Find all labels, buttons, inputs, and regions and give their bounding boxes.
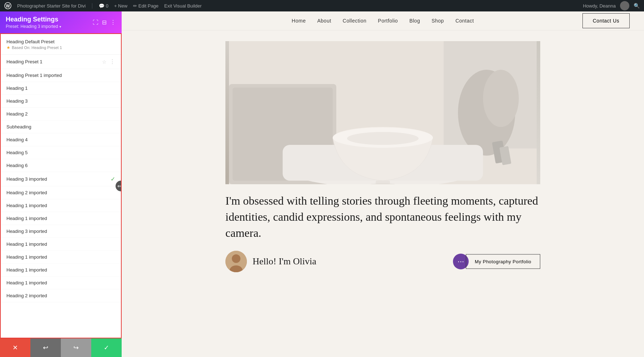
svg-point-12 [347,132,419,145]
close-icon: ✕ [13,344,18,352]
chevron-down-icon: ▾ [59,25,61,29]
preset-list-item[interactable]: Heading 1 imported [1,238,121,251]
avatar-olivia [225,251,247,272]
photographer-site-label: Photographer Starter Site for Divi [17,3,86,9]
preset-default-item[interactable]: Heading Default Preset ★ Based On: Headi… [1,34,121,55]
sidebar-title: Heading Settings [6,16,61,23]
preset-list-item[interactable]: Heading 1 imported [1,212,121,225]
preset-label: Preset: Heading 3 imported [6,24,58,29]
sidebar-header: Heading Settings Preset: Heading 3 impor… [0,11,122,33]
hero-section: I'm obsessed with telling stories throug… [211,30,555,283]
howdy-text: Howdy, Deanna [583,3,616,9]
save-check-icon: ✓ [104,344,109,352]
active-check-icon: ✓ [111,176,115,182]
preset-list-item[interactable]: Heading 2 imported [1,289,121,302]
hero-quote-text: I'm obsessed with telling stories throug… [225,194,538,239]
undo-icon: ↩ [43,344,48,352]
preset-item-name: Heading Preset 1 [6,59,42,64]
nav-collection[interactable]: Collection [343,18,366,24]
preset-list-item[interactable]: Heading 2 [1,108,121,121]
new-label: + New [114,3,127,9]
sidebar-header-icons: ⛶ ⊟ ⋮ [93,19,116,26]
preset-list-item[interactable]: Heading 3 imported [1,225,121,238]
preset-item-name: Heading 1 imported [6,267,47,273]
preset-item-actions: ✓ [111,176,115,182]
preset-list-item[interactable]: Heading 3 [1,95,121,108]
nav-contact[interactable]: Contact [455,18,474,24]
nav-shop[interactable]: Shop [431,18,444,24]
exit-builder-bar-item[interactable]: Exit Visual Builder [164,3,202,9]
hello-text: Hello! I'm Olivia [253,256,316,267]
preset-item-name: Heading 5 [6,150,28,155]
preset-panel: Heading Default Preset ★ Based On: Headi… [0,33,122,338]
preset-item-name: Heading 1 imported [6,254,47,260]
preset-list-item[interactable]: Heading 1 imported [1,277,121,289]
preset-list-item[interactable]: Subheading [1,121,121,133]
preset-based-on: ★ Based On: Heading Preset 1 [6,45,115,50]
contact-us-label: Contact Us [593,18,619,24]
edit-page-bar-item[interactable]: ✏ Edit Page [133,3,158,9]
contact-us-button[interactable]: Contact Us [582,13,630,28]
preset-default-name: Heading Default Preset [6,39,115,44]
nav-portfolio[interactable]: Portfolio [378,18,398,24]
search-icon[interactable]: 🔍 [634,3,640,9]
nav-home[interactable]: Home [292,18,306,24]
svg-text:W: W [6,4,10,9]
preset-list-item[interactable]: Heading 3 imported✓ [1,172,121,186]
preset-list-item[interactable]: Heading 4 [1,133,121,146]
more-options-icon[interactable]: ⋮ [110,19,116,26]
preset-item-name: Heading 2 imported [6,293,47,298]
star-icon[interactable]: ☆ [102,59,107,65]
preset-item-name: Heading 3 imported [6,229,47,234]
hero-image [225,41,540,184]
admin-bar-right: Howdy, Deanna 🔍 [583,1,640,10]
site-nav: Home About Collection Portfolio Blog Sho… [122,11,644,30]
hello-section: Hello! I'm Olivia ··· My Photography Por… [225,251,540,272]
preset-list-item[interactable]: Heading 2 imported [1,186,121,199]
preset-list-item[interactable]: Heading 1 imported [1,199,121,212]
preset-item-name: Heading 1 imported [6,241,47,247]
based-on-label: Based On: Heading Preset 1 [12,45,62,50]
redo-button[interactable]: ↪ [61,338,91,357]
close-button[interactable]: ✕ [0,338,30,357]
new-bar-item[interactable]: + New [114,3,127,9]
portfolio-button-label: My Photography Portfolio [475,259,531,264]
preset-list-item[interactable]: Heading 6 [1,159,121,172]
preset-item-name: Heading 3 [6,98,28,104]
undo-button[interactable]: ↩ [30,338,61,357]
sidebar-subtitle-preset[interactable]: Preset: Heading 3 imported ▾ [6,24,61,29]
preset-item-name: Heading Preset 1 imported [6,73,62,78]
nav-about[interactable]: About [317,18,331,24]
preset-item-name: Heading 1 imported [6,203,47,208]
preset-list-item[interactable]: Heading 1 imported [1,264,121,277]
preset-list-item[interactable]: Heading 1 imported [1,251,121,264]
exit-builder-label: Exit Visual Builder [164,3,202,9]
star-icon: ★ [6,45,10,50]
preset-list-item[interactable]: Heading Preset 1 imported [1,69,121,82]
svg-point-7 [483,70,519,127]
portfolio-button[interactable]: My Photography Portfolio [466,254,540,269]
preset-item-name: Heading 6 [6,163,28,168]
comments-count: 0 [106,3,108,9]
site-name-bar[interactable]: Photographer Starter Site for Divi [17,3,86,9]
wp-logo-icon[interactable]: W [4,2,11,9]
main-content: Home About Collection Portfolio Blog Sho… [122,11,644,357]
comments-bar-item[interactable]: 💬 0 [99,3,108,9]
svg-point-18 [232,254,240,263]
preset-item-name: Heading 1 imported [6,280,47,285]
preset-list-item[interactable]: Heading 1 [1,82,121,95]
wp-admin-bar: W Photographer Starter Site for Divi | 💬… [0,0,644,11]
hero-image-svg [229,41,537,184]
save-button[interactable]: ✓ [91,338,122,357]
more-options-icon[interactable]: ⋮ [109,58,115,65]
split-view-icon[interactable]: ⊟ [102,19,107,26]
avatar[interactable] [620,1,629,10]
fullscreen-icon[interactable]: ⛶ [93,19,98,26]
preset-item-name: Subheading [6,124,31,129]
preset-item-name: Heading 2 imported [6,190,47,195]
preset-list-item[interactable]: Heading Preset 1☆⋮ [1,55,121,69]
nav-blog[interactable]: Blog [409,18,420,24]
preset-item-name: Heading 4 [6,137,28,142]
preset-list-item[interactable]: Heading 5 [1,146,121,159]
preset-item-actions: ☆⋮ [102,58,115,65]
